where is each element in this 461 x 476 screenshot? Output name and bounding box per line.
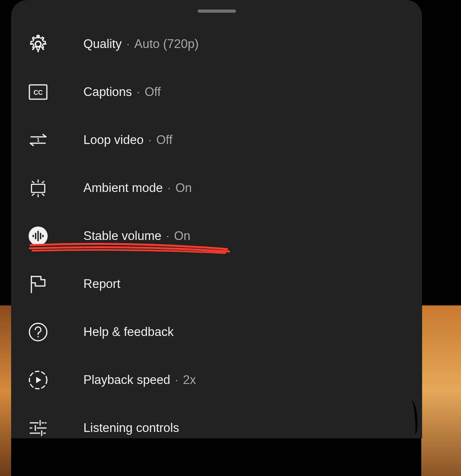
stable-volume-label: Stable volume [83, 229, 161, 243]
separator: · [137, 86, 140, 98]
loop-label: Loop video [83, 133, 144, 147]
settings-menu: Quality · Auto (720p) CC Captions · Off [11, 20, 422, 452]
svg-rect-13 [35, 233, 37, 239]
ambient-label: Ambient mode [83, 181, 163, 195]
menu-item-quality[interactable]: Quality · Auto (720p) [11, 20, 422, 68]
cc-icon: CC [28, 82, 48, 102]
speed-value: 2x [183, 373, 196, 387]
svg-point-18 [37, 336, 39, 338]
menu-item-captions[interactable]: CC Captions · Off [11, 68, 422, 116]
menu-item-listening-controls[interactable]: Listening controls [11, 404, 422, 452]
menu-item-help[interactable]: Help & feedback [11, 308, 422, 356]
listening-label: Listening controls [83, 421, 179, 435]
flag-icon [28, 274, 48, 294]
sliders-icon [28, 418, 48, 438]
svg-point-0 [35, 41, 41, 47]
quality-label: Quality [83, 37, 122, 51]
speed-icon [28, 370, 48, 390]
svg-text:CC: CC [33, 89, 43, 96]
ambient-icon [28, 178, 48, 198]
separator: · [175, 374, 178, 386]
svg-point-17 [29, 323, 47, 341]
captions-label: Captions [83, 85, 132, 99]
report-label: Report [83, 277, 120, 291]
captions-value: Off [145, 85, 161, 99]
settings-bottom-sheet: Quality · Auto (720p) CC Captions · Off [11, 0, 422, 438]
stable-volume-value: On [174, 229, 190, 243]
stable-volume-icon [28, 226, 48, 246]
svg-text:1: 1 [37, 137, 39, 143]
separator: · [168, 182, 171, 194]
background-video-left [0, 305, 11, 476]
svg-rect-14 [37, 231, 39, 241]
drag-handle[interactable] [198, 10, 236, 13]
svg-rect-4 [31, 184, 44, 192]
loop-value: Off [156, 133, 172, 147]
menu-item-ambient[interactable]: Ambient mode · On [11, 164, 422, 212]
svg-line-8 [32, 194, 34, 195]
svg-rect-15 [40, 233, 42, 239]
menu-item-playback-speed[interactable]: Playback speed · 2x [11, 356, 422, 404]
menu-item-stable-volume[interactable]: Stable volume · On [11, 212, 422, 260]
svg-line-5 [32, 181, 34, 183]
loop-icon: 1 [28, 130, 48, 150]
separator: · [166, 230, 169, 242]
speed-label: Playback speed [83, 373, 170, 387]
menu-item-report[interactable]: Report [11, 260, 422, 308]
help-icon [28, 322, 48, 342]
help-label: Help & feedback [83, 325, 174, 339]
ambient-value: On [176, 181, 192, 195]
quality-value: Auto (720p) [134, 37, 199, 51]
separator: · [149, 134, 152, 146]
gear-icon [28, 34, 48, 54]
svg-line-10 [42, 194, 44, 195]
background-video-right [421, 305, 461, 476]
menu-item-loop[interactable]: 1 Loop video · Off [11, 116, 422, 164]
svg-line-7 [42, 181, 44, 183]
separator: · [126, 38, 129, 50]
svg-rect-16 [42, 235, 44, 237]
svg-rect-12 [33, 235, 34, 237]
